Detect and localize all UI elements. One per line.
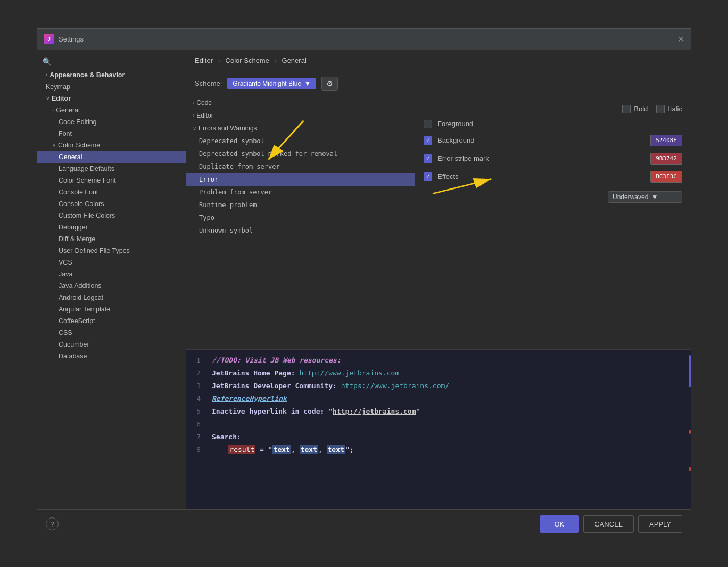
tree-item-deprecated-removal[interactable]: Deprecated symbol marked for removal xyxy=(186,147,415,160)
tree-item-runtime-problem[interactable]: Runtime problem xyxy=(186,199,415,211)
effects-label: Effects xyxy=(437,172,645,180)
search-bar: 🔍 xyxy=(37,54,186,69)
settings-dialog: J Settings ✕ 🔍 › Appearance & Behavior K… xyxy=(37,28,691,539)
todo-comment: //TODO: Visit JB Web resources: xyxy=(212,356,341,364)
effects-checkbox[interactable]: ✓ xyxy=(424,172,432,181)
bold-italic-row: Bold Italic xyxy=(424,105,682,113)
sidebar-item-editor[interactable]: ∨ Editor xyxy=(37,93,186,104)
tree-item-unknown-symbol[interactable]: Unknown symbol xyxy=(186,224,415,237)
bold-checkbox[interactable] xyxy=(622,105,631,113)
apply-button[interactable]: APPLY xyxy=(638,515,682,533)
sidebar-item-android-logcat[interactable]: Android Logcat xyxy=(37,292,186,303)
sidebar-item-java-additions[interactable]: Java Additions xyxy=(37,280,186,292)
tree-item-code[interactable]: › Code xyxy=(186,96,415,109)
result-highlight: result xyxy=(228,445,255,454)
effects-type-dropdown[interactable]: Underwaved ▼ xyxy=(608,191,682,203)
chevron-down-icon: ∨ xyxy=(52,142,56,148)
text-highlight: text xyxy=(272,445,291,454)
code-line-4: ReferenceHyperlink xyxy=(212,392,680,405)
sidebar-item-debugger[interactable]: Debugger xyxy=(37,221,186,233)
sidebar-item-vcs[interactable]: VCS xyxy=(37,257,186,268)
sidebar-item-general[interactable]: › General xyxy=(37,104,186,116)
code-text: JetBrains Developer Community: xyxy=(212,382,341,390)
error-stripe-checkbox[interactable]: ✓ xyxy=(424,154,432,163)
chevron-right-icon: › xyxy=(52,107,54,113)
sidebar-item-java[interactable]: Java xyxy=(37,268,186,280)
sidebar-item-cucumber[interactable]: Cucumber xyxy=(37,339,186,350)
italic-checkbox[interactable] xyxy=(656,105,665,113)
code-line-6 xyxy=(212,418,680,431)
ref-hyperlink[interactable]: ReferenceHyperlink xyxy=(212,395,287,402)
chevron-down-icon: ∨ xyxy=(193,125,196,131)
code-text: JetBrains Home Page: xyxy=(212,369,299,377)
sidebar-item-user-defined[interactable]: User-Defined File Types xyxy=(37,245,186,257)
title-bar-left: J Settings xyxy=(44,34,84,44)
tree-item-editor[interactable]: › Editor xyxy=(186,109,415,122)
content-area: › Code › Editor ∨ Errors and Warnings De… xyxy=(186,96,691,349)
search-icon: 🔍 xyxy=(43,57,52,66)
scrollbar-right[interactable] xyxy=(686,350,691,509)
code-line-3: JetBrains Developer Community: https://w… xyxy=(212,380,680,392)
foreground-checkbox[interactable] xyxy=(424,120,432,128)
tree-item-typo[interactable]: Typo xyxy=(186,211,415,224)
inactive-link: http://jetbrains.com xyxy=(333,407,416,415)
tree-item-duplicate[interactable]: Duplicate from server xyxy=(186,160,415,173)
error-stripe-label: Error stripe mark xyxy=(437,154,645,162)
foreground-dashed xyxy=(562,124,680,124)
link-jetbrains[interactable]: http://www.jetbrains.com xyxy=(299,369,399,377)
line-num-4: 4 xyxy=(191,392,201,405)
tree-panel: › Code › Editor ∨ Errors and Warnings De… xyxy=(186,96,415,349)
dialog-title: Settings xyxy=(59,35,84,43)
sidebar-item-diff-merge[interactable]: Diff & Merge xyxy=(37,233,186,245)
close-button[interactable]: ✕ xyxy=(677,34,684,44)
bold-label: Bold xyxy=(634,105,648,113)
background-color-swatch[interactable]: 52408E xyxy=(650,135,682,146)
error-stripe-color-swatch[interactable]: 9B3742 xyxy=(650,153,682,165)
sidebar-item-console-colors[interactable]: Console Colors xyxy=(37,198,186,210)
line-num-3: 3 xyxy=(191,380,201,392)
code-line-5: Inactive hyperlink in code: "http://jetb… xyxy=(212,405,680,418)
ok-button[interactable]: OK xyxy=(540,515,580,533)
sidebar-item-language-defaults[interactable]: Language Defaults xyxy=(37,163,186,175)
chevron-right-icon: › xyxy=(46,72,47,78)
chevron-right-icon: › xyxy=(193,112,194,118)
sidebar-item-angular-template[interactable]: Angular Template xyxy=(37,303,186,315)
cancel-button[interactable]: CANCEL xyxy=(583,515,634,533)
italic-option: Italic xyxy=(656,105,682,113)
line-num-2: 2 xyxy=(191,367,201,380)
breadcrumb-editor: Editor xyxy=(195,56,213,64)
scheme-dropdown[interactable]: Gradianto Midnight Blue ▼ xyxy=(227,78,316,89)
bottom-bar: ? OK CANCEL APPLY xyxy=(37,509,691,539)
tree-item-errors-warnings[interactable]: ∨ Errors and Warnings xyxy=(186,122,415,135)
breadcrumb-general: General xyxy=(282,56,307,64)
sidebar-item-coffeescript[interactable]: CoffeeScript xyxy=(37,315,186,327)
error-stripe-row: ✓ Error stripe mark 9B3742 xyxy=(424,153,682,165)
link-community[interactable]: https://www.jetbrains.com/ xyxy=(341,382,450,390)
help-button[interactable]: ? xyxy=(46,517,59,530)
sidebar-item-database[interactable]: Database xyxy=(37,350,186,362)
search-label: Search: xyxy=(212,433,241,441)
sidebar-item-console-font[interactable]: Console Font xyxy=(37,186,186,198)
line-num-5: 5 xyxy=(191,405,201,418)
sidebar-item-custom-file-colors[interactable]: Custom File Colors xyxy=(37,210,186,221)
background-checkbox[interactable]: ✓ xyxy=(424,136,432,145)
sidebar-item-font[interactable]: Font xyxy=(37,128,186,139)
sidebar-item-general-selected[interactable]: General xyxy=(37,151,186,163)
sidebar-item-css[interactable]: CSS xyxy=(37,327,186,339)
sidebar-item-code-editing[interactable]: Code Editing xyxy=(37,116,186,128)
main-content: Editor › Color Scheme › General Scheme: … xyxy=(186,50,691,509)
line-num-7: 7 xyxy=(191,431,201,443)
scheme-value: Gradianto Midnight Blue xyxy=(233,80,301,87)
sidebar-item-color-scheme-font[interactable]: Color Scheme Font xyxy=(37,175,186,186)
code-preview: 1 2 3 4 5 6 7 8 //TODO: Visit JB Web res… xyxy=(186,349,691,509)
sidebar-item-color-scheme[interactable]: ∨ Color Scheme xyxy=(37,139,186,151)
gear-button[interactable]: ⚙ xyxy=(321,77,338,91)
tree-item-problem-server[interactable]: Problem from server xyxy=(186,186,415,199)
effects-color-swatch[interactable]: BC3F3C xyxy=(650,171,682,183)
tree-item-error[interactable]: Error xyxy=(186,173,415,186)
breadcrumb-color-scheme: Color Scheme xyxy=(226,56,269,64)
chevron-down-icon: ▼ xyxy=(651,193,658,201)
sidebar-item-keymap[interactable]: Keymap xyxy=(37,81,186,93)
tree-item-deprecated[interactable]: Deprecated symbol xyxy=(186,135,415,147)
sidebar-item-appearance[interactable]: › Appearance & Behavior xyxy=(37,69,186,81)
